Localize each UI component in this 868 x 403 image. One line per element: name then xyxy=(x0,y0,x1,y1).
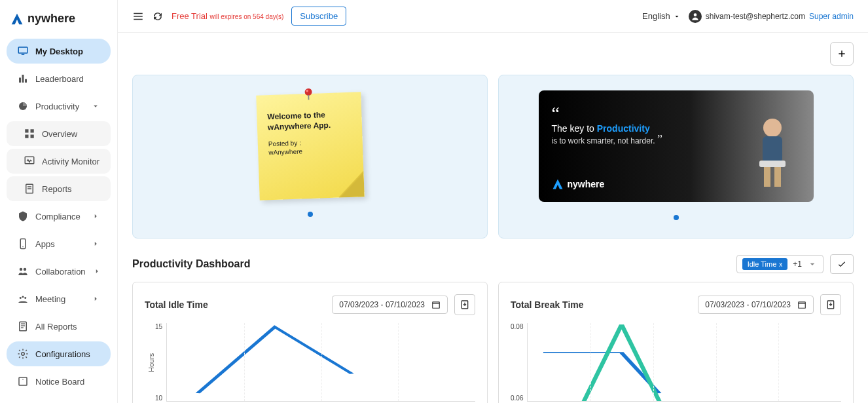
sidebar-item-all-reports[interactable]: All Reports xyxy=(7,314,111,339)
pin-icon xyxy=(300,87,316,102)
menu-icon[interactable] xyxy=(132,10,144,22)
sidebar-item-label: Overview xyxy=(42,129,77,139)
chart-ylabel: Hours xyxy=(145,323,155,402)
svg-point-25 xyxy=(22,353,25,356)
sidebar-item-overview[interactable]: Overview xyxy=(7,121,111,146)
download-icon xyxy=(460,299,470,310)
sticky-note: Welcome to the wAnywhere App. Posted by … xyxy=(256,92,364,200)
filter-select[interactable]: Idle Time x +1 xyxy=(736,255,823,273)
apply-filter-button[interactable] xyxy=(830,254,854,274)
productivity-icon xyxy=(17,100,29,112)
logo-icon xyxy=(10,12,24,26)
svg-rect-0 xyxy=(18,47,27,53)
chart-yticks: 0.08 0.06 xyxy=(511,323,527,402)
chevron-right-icon xyxy=(91,239,100,248)
svg-point-28 xyxy=(693,13,696,16)
download-button[interactable] xyxy=(454,294,475,315)
topbar: Free Trial will expires on 564 day(s) Su… xyxy=(118,0,868,33)
refresh-icon[interactable] xyxy=(152,10,164,22)
apps-icon xyxy=(17,238,29,250)
user-role: Super admin xyxy=(809,12,854,21)
filter-chip[interactable]: Idle Time x xyxy=(742,258,788,270)
banner-brand: nywhere xyxy=(552,178,605,190)
date-range-text: 07/03/2023 - 07/10/2023 xyxy=(339,300,425,309)
svg-rect-3 xyxy=(22,75,24,83)
chevron-right-icon xyxy=(92,267,101,276)
language-select[interactable]: English xyxy=(642,11,681,21)
sidebar-item-activity-monitor[interactable]: Activity Monitor xyxy=(7,149,111,174)
overview-icon xyxy=(24,128,35,140)
add-widget-button[interactable] xyxy=(830,42,854,66)
sidebar-item-my-desktop[interactable]: My Desktop xyxy=(7,39,111,64)
svg-point-19 xyxy=(22,296,24,298)
chart-title: Total Break Time xyxy=(511,299,691,310)
filter-extra-count: +1 xyxy=(793,259,802,269)
avatar xyxy=(689,10,702,23)
brand-text: nywhere xyxy=(27,12,75,26)
trial-status: Free Trial will expires on 564 day(s) xyxy=(172,11,283,21)
user-email: shivam-test@shephertz.com xyxy=(706,12,805,21)
activity-icon xyxy=(24,155,35,167)
carousel-dot[interactable] xyxy=(308,212,313,217)
svg-rect-36 xyxy=(774,167,781,187)
svg-rect-4 xyxy=(25,79,27,83)
content-area: Welcome to the wAnywhere App. Posted by … xyxy=(118,33,868,403)
svg-rect-26 xyxy=(19,377,27,385)
calendar-icon xyxy=(431,300,441,309)
sidebar-item-meeting[interactable]: Meeting xyxy=(7,286,111,311)
quote-close-icon: ” xyxy=(657,133,662,146)
svg-rect-37 xyxy=(433,302,440,308)
banner-person-image xyxy=(743,111,802,190)
svg-point-15 xyxy=(22,246,24,248)
trial-label: Free Trial xyxy=(172,11,208,21)
notice-icon xyxy=(17,375,29,387)
sidebar-item-label: Notice Board xyxy=(35,377,84,387)
sidebar-item-compliance[interactable]: Compliance xyxy=(7,204,111,229)
sidebar-item-notice-board[interactable]: Notice Board xyxy=(7,369,111,394)
date-range-text: 07/03/2023 - 07/10/2023 xyxy=(705,300,791,309)
leaderboard-icon xyxy=(17,73,29,85)
trial-sub: will expires on 564 day(s) xyxy=(210,13,284,20)
ytick: 0.08 xyxy=(511,323,523,330)
note-posted-by: wAnywhere xyxy=(268,146,352,156)
logo-icon xyxy=(552,178,564,190)
sidebar-item-leaderboard[interactable]: Leaderboard xyxy=(7,66,111,91)
sidebar-item-apps[interactable]: Apps xyxy=(7,231,111,256)
calendar-icon xyxy=(797,300,806,309)
sidebar-item-label: All Reports xyxy=(35,322,77,332)
sidebar-item-configurations[interactable]: Configurations xyxy=(7,341,111,366)
chart-plot xyxy=(166,323,475,402)
svg-point-17 xyxy=(24,268,27,271)
sidebar-item-productivity[interactable]: Productivity xyxy=(7,94,111,119)
chip-remove-icon[interactable]: x xyxy=(779,261,782,268)
sidebar-item-reports[interactable]: Reports xyxy=(7,176,111,201)
download-button[interactable] xyxy=(820,294,841,315)
sidebar-item-label: Reports xyxy=(42,184,72,194)
svg-point-20 xyxy=(24,297,26,299)
user-profile[interactable]: shivam-test@shephertz.com Super admin xyxy=(689,10,854,23)
collaboration-icon xyxy=(17,265,29,277)
date-range-picker[interactable]: 07/03/2023 - 07/10/2023 xyxy=(332,296,448,314)
desktop-icon xyxy=(17,45,29,57)
chart-card-break-time: Total Break Time 07/03/2023 - 07/10/2023… xyxy=(498,282,854,403)
sidebar-item-label: Meeting xyxy=(35,294,65,304)
sidebar-item-collaboration[interactable]: Collaboration xyxy=(7,259,111,284)
sticky-note-card: Welcome to the wAnywhere App. Posted by … xyxy=(132,75,488,239)
chart-title: Total Idle Time xyxy=(145,299,325,310)
all-reports-icon xyxy=(17,320,29,332)
svg-rect-34 xyxy=(759,161,786,167)
chevron-right-icon xyxy=(91,294,100,303)
reports-icon xyxy=(24,183,35,195)
chevron-down-icon xyxy=(807,259,818,269)
sidebar-item-label: Productivity xyxy=(35,102,79,111)
svg-rect-6 xyxy=(25,129,28,132)
carousel-dot[interactable] xyxy=(674,215,679,220)
svg-rect-8 xyxy=(25,135,28,138)
subscribe-button[interactable]: Subscribe xyxy=(291,7,346,26)
sidebar: nywhere My Desktop Leaderboard Productiv… xyxy=(0,0,118,403)
date-range-picker[interactable]: 07/03/2023 - 07/10/2023 xyxy=(698,296,814,314)
svg-point-16 xyxy=(20,268,23,271)
svg-rect-2 xyxy=(19,78,21,83)
sidebar-item-label: Configurations xyxy=(35,349,90,359)
svg-rect-9 xyxy=(31,135,34,138)
